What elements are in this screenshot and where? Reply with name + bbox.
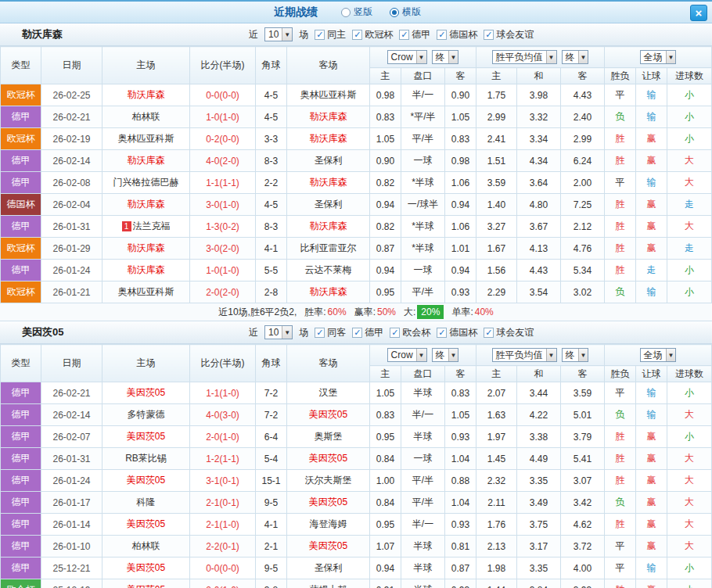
vertical-layout-radio[interactable]: 竖版: [341, 5, 372, 19]
team-label: 美因茨05: [127, 475, 165, 486]
filter-league-checkbox[interactable]: 球会友谊: [484, 28, 534, 41]
games-label: 场: [299, 326, 308, 339]
result-handicap: 赢: [636, 470, 667, 492]
checkbox-checked-icon: [352, 30, 362, 40]
avg-type-select[interactable]: 胜平负均值▼: [492, 50, 557, 64]
team-name: 勒沃库森: [22, 27, 63, 41]
match-date: 26-02-21: [41, 106, 102, 128]
team-label: 圣保利: [315, 562, 343, 573]
avg-home-odds: 1.56: [476, 260, 517, 281]
team-label: 勒沃库森: [128, 242, 165, 253]
filter-league-checkbox[interactable]: 德国杯: [437, 326, 477, 339]
match-row: 欧冠杯 26-02-25 勒沃库森 0-0(0-0) 4-5 奥林匹亚科斯 0.…: [1, 84, 712, 106]
league-badge: 德甲: [1, 404, 41, 426]
summary-stat-label: 赢率:: [354, 307, 376, 317]
avg-stage-select[interactable]: 终▼: [562, 50, 589, 64]
team-label: 勒沃库森: [128, 264, 165, 275]
avg-type-select[interactable]: 胜平负均值▼: [492, 348, 557, 362]
avg-away-odds: 2.00: [561, 172, 605, 194]
checkbox-checked-icon: [484, 30, 494, 40]
avg-away-odds: 2.99: [561, 128, 605, 150]
subcol-handicap: 盘口: [401, 366, 445, 382]
odds-away: 0.93: [445, 579, 476, 588]
team-label: 勒沃库森: [310, 133, 347, 144]
avg-draw-odds: 3.67: [517, 216, 561, 238]
result-goals: 大: [667, 216, 712, 238]
same-venue-label: 同客: [327, 326, 346, 339]
avg-home-odds: 1.51: [476, 150, 517, 172]
sections-container: 勒沃库森 近 10▼ 场 同主 欧冠杯德甲德国杯球会友谊 类型 日期 主场: [0, 23, 712, 588]
summary-record: 近10场,胜6平2负2,: [218, 307, 297, 317]
filter-league-label: 欧冠杯: [365, 28, 393, 41]
result-wdl: 胜: [605, 514, 636, 536]
match-score: 2-1(1-0): [190, 514, 256, 536]
filter-league-checkbox[interactable]: 欧冠杯: [352, 28, 393, 41]
team-label: 勒沃库森: [128, 155, 165, 166]
team-label: 美因茨05: [309, 409, 347, 420]
avg-draw-odds: 4.43: [517, 260, 561, 281]
avg-home-odds: 2.11: [476, 492, 517, 514]
scope-select[interactable]: 全场▼: [640, 50, 677, 64]
odds-home: 1.07: [370, 536, 401, 558]
odds-away: 0.93: [445, 514, 476, 536]
league-badge: 德甲: [1, 492, 41, 514]
result-handicap: 赢: [636, 128, 667, 150]
avg-home-odds: 2.32: [476, 470, 517, 492]
checkbox-checked-icon: [484, 328, 494, 338]
summary-tail-label: 单率:: [451, 307, 473, 317]
radio-unselected-icon: [341, 8, 351, 17]
corner-count: 7-2: [256, 404, 287, 426]
match-date: 26-02-25: [41, 84, 102, 106]
filter-league-checkbox[interactable]: 球会友谊: [484, 326, 534, 339]
avg-away-odds: 4.62: [561, 514, 605, 536]
scope-group-header: 全场▼: [605, 345, 712, 366]
away-team: 云达不莱梅: [287, 260, 370, 281]
scope-select[interactable]: 全场▼: [640, 348, 677, 362]
league-badge: 欧冠杯: [1, 128, 41, 150]
avg-stage-select[interactable]: 终▼: [562, 348, 589, 362]
odds-home: 0.95: [370, 281, 401, 303]
avg-draw-odds: 3.44: [517, 382, 561, 404]
home-team: 美因茨05: [102, 382, 190, 404]
avg-draw-odds: 4.80: [517, 194, 561, 216]
odds-source-select[interactable]: Crow▼: [387, 348, 427, 362]
result-wdl: 胜: [605, 470, 636, 492]
result-handicap: 赢: [636, 216, 667, 238]
close-button[interactable]: ×: [690, 5, 707, 21]
avg-away-odds: 3.59: [561, 382, 605, 404]
team-label: 勒沃库森: [310, 177, 347, 188]
match-count-select[interactable]: 10▼: [264, 27, 293, 41]
result-wdl: 负: [605, 106, 636, 128]
filter-league-checkbox[interactable]: 德甲: [352, 326, 383, 339]
team-label: 奥林匹亚科斯: [118, 286, 174, 297]
team-label: 美因茨05: [127, 518, 165, 529]
odds-away: 0.94: [445, 260, 476, 281]
match-count-select[interactable]: 10▼: [264, 325, 293, 339]
games-label: 场: [299, 28, 308, 41]
col-date: 日期: [41, 345, 102, 382]
team-label: 勒沃库森: [310, 111, 347, 122]
league-badge: 欧会杯: [1, 579, 41, 588]
odds-stage-select[interactable]: 终▼: [432, 50, 459, 64]
home-team: 勒沃库森: [102, 260, 190, 281]
team-label: 科隆: [137, 497, 156, 507]
result-wdl: 胜: [605, 128, 636, 150]
horizontal-layout-radio[interactable]: 横版: [390, 5, 421, 19]
odds-away: 0.87: [445, 558, 476, 579]
match-date: 26-02-19: [41, 128, 102, 150]
same-venue-checkbox[interactable]: 同主: [315, 28, 346, 41]
avg-away-odds: 6.24: [561, 150, 605, 172]
team-label: 美因茨05: [127, 562, 165, 573]
league-badge: 德甲: [1, 106, 41, 128]
result-wdl: 负: [605, 492, 636, 514]
odds-source-select[interactable]: Crow▼: [387, 50, 427, 64]
match-date: 26-01-31: [41, 216, 102, 238]
odds-stage-select[interactable]: 终▼: [432, 348, 459, 362]
filter-league-checkbox[interactable]: 欧会杯: [390, 326, 430, 339]
result-goals: 大: [667, 492, 712, 514]
same-venue-checkbox[interactable]: 同客: [315, 326, 346, 339]
filter-league-checkbox[interactable]: 德甲: [399, 28, 430, 41]
col-type: 类型: [1, 345, 41, 382]
filter-league-checkbox[interactable]: 德国杯: [437, 28, 477, 41]
result-goals: 小: [667, 558, 712, 579]
